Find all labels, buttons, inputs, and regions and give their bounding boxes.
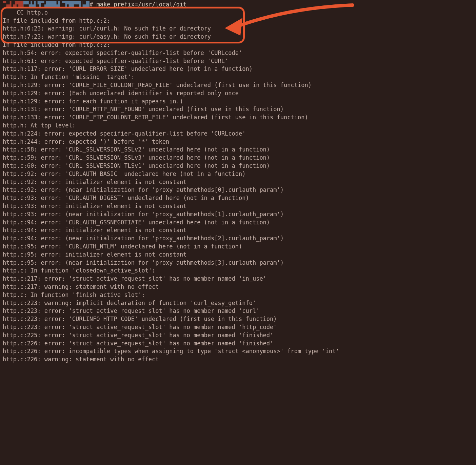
output-line: http.c:226: error: incompatible types wh… xyxy=(3,347,473,356)
output-line: http.c:226: error: 'struct active_reques… xyxy=(3,340,473,348)
prompt-line: ▆▀▐▘▖ ▄▞▝▐▖▆▘ ▝▐▆▗ ▗▄▐▀ # make prefix=/u… xyxy=(3,1,473,9)
output-line: http.h:54: error: expected specifier-qua… xyxy=(3,49,473,57)
output-line: http.h:133: error: 'CURLE_FTP_COULDNT_RE… xyxy=(3,114,473,122)
output-line: http.c: In function 'finish_active_slot'… xyxy=(3,291,473,299)
output-line: http.c:95: error: (near initialization f… xyxy=(3,259,473,267)
prompt-hash: # xyxy=(90,1,93,8)
output-line: http.h:6:23: warning: curl/curl.h: No su… xyxy=(3,25,473,33)
output-line: CC http.o xyxy=(3,9,473,17)
output-line: http.h:129: error: 'CURLE_FILE_COULDNT_R… xyxy=(3,81,473,89)
output-line: http.h: At top level: xyxy=(3,122,473,130)
output-line: http.h: In function 'missing__target': xyxy=(3,73,473,81)
output-line: http.c: In function 'closedown_active_sl… xyxy=(3,267,473,275)
output-line: http.h:129: error: (Each undeclared iden… xyxy=(3,89,473,98)
output-line: http.c:93: error: (near initialization f… xyxy=(3,210,473,219)
output-line: http.c:92: error: initializer element is… xyxy=(3,178,473,186)
output-line: http.h:224: error: expected specifier-qu… xyxy=(3,130,473,138)
output-line: http.c:95: error: initializer element is… xyxy=(3,251,473,259)
command-text: make prefix=/usr/local/git xyxy=(96,1,186,8)
output-line: http.c:95: error: 'CURLAUTH_NTLM' undecl… xyxy=(3,243,473,251)
output-line: http.h:7:23: warning: curl/easy.h: No su… xyxy=(3,33,473,41)
output-line: http.c:223: error: 'struct active_reques… xyxy=(3,307,473,315)
output-line: http.c:217: error: 'struct active_reques… xyxy=(3,275,473,283)
output-line: http.c:60: error: 'CURL_SSLVERSION_TLSv1… xyxy=(3,162,473,170)
output-line: http.c:223: warning: implicit declaratio… xyxy=(3,299,473,307)
output-line: http.c:94: error: initializer element is… xyxy=(3,226,473,235)
output-line: http.h:117: error: 'CURL_ERROR_SIZE' und… xyxy=(3,65,473,73)
output-line: http.c:217: warning: statement with no e… xyxy=(3,283,473,291)
terminal-output[interactable]: ▆▀▐▘▖ ▄▞▝▐▖▆▘ ▝▐▆▗ ▗▄▐▀ # make prefix=/u… xyxy=(3,1,473,364)
output-line: http.h:129: error: for each function it … xyxy=(3,98,473,106)
output-line: http.c:92: error: (near initialization f… xyxy=(3,186,473,194)
output-line: http.c:59: error: 'CURL_SSLVERSION_SSLv3… xyxy=(3,154,473,162)
output-line: http.c:223: error: 'CURLINFO_HTTP_CODE' … xyxy=(3,315,473,323)
output-line: http.c:223: error: 'struct active_reques… xyxy=(3,323,473,331)
output-line: http.c:226: warning: statement with no e… xyxy=(3,356,473,364)
output-line: In file included from http.c:2: xyxy=(3,17,473,25)
output-line: http.c:58: error: 'CURL_SSLVERSION_SSLv2… xyxy=(3,146,473,154)
output-line: http.c:93: error: 'CURLAUTH_DIGEST' unde… xyxy=(3,194,473,202)
output-line: In file included from http.c:2: xyxy=(3,41,473,49)
output-line: http.c:225: error: 'struct active_reques… xyxy=(3,331,473,340)
output-line: http.c:94: error: 'CURLAUTH_GSSNEGOTIATE… xyxy=(3,219,473,227)
output-line: http.c:93: error: initializer element is… xyxy=(3,202,473,210)
output-line: http.h:244: error: expected ')' before '… xyxy=(3,138,473,146)
output-line: http.c:94: error: (near initialization f… xyxy=(3,235,473,243)
output-line: http.h:131: error: 'CURLE_HTTP_NOT_FOUND… xyxy=(3,105,473,114)
output-line: http.c:92: error: 'CURLAUTH_BASIC' undec… xyxy=(3,170,473,178)
prompt-redacted-host: ▝▐▆▗ ▗▄▐▀ xyxy=(55,1,90,9)
output-line: http.h:61: error: expected specifier-qua… xyxy=(3,57,473,65)
prompt-redacted-user: ▆▀▐▘▖ ▄▞▝▐▖▆▘ xyxy=(3,1,55,9)
